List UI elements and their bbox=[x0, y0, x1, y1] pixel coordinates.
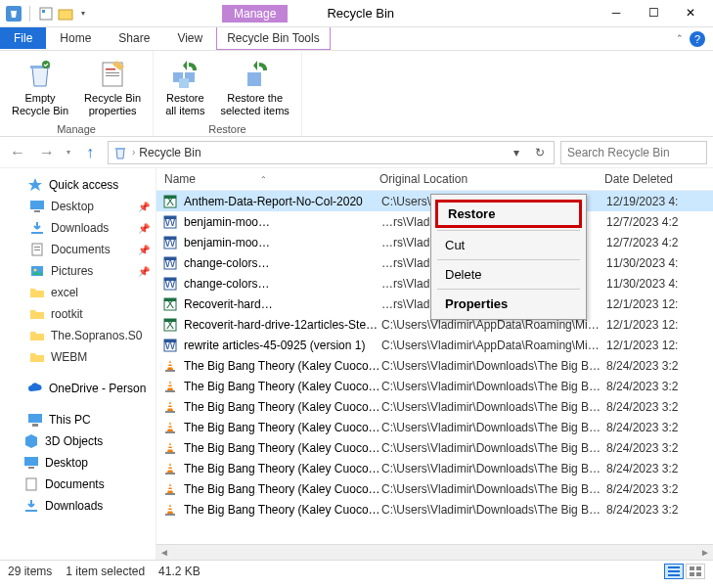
refresh-icon[interactable]: ↻ bbox=[530, 146, 550, 159]
back-button[interactable]: ← bbox=[6, 141, 29, 164]
up-button[interactable]: ↑ bbox=[78, 141, 102, 164]
doc-file-icon: W bbox=[162, 255, 178, 271]
minimize-button[interactable]: ─ bbox=[602, 4, 631, 23]
search-input[interactable] bbox=[567, 146, 700, 159]
svg-rect-78 bbox=[690, 566, 694, 570]
sidebar-desktop2[interactable]: Desktop bbox=[0, 452, 156, 474]
recycle-bin-tools-tab[interactable]: Recycle Bin Tools bbox=[216, 27, 331, 50]
file-row[interactable]: The Big Bang Theory (Kaley Cuoco)…C:\Use… bbox=[156, 458, 713, 478]
ctx-separator bbox=[437, 230, 580, 231]
new-folder-qat-icon[interactable] bbox=[58, 6, 73, 22]
ribbon-collapse-icon[interactable]: ⌃ bbox=[676, 33, 684, 43]
sidebar-onedrive[interactable]: OneDrive - Person bbox=[0, 378, 156, 399]
file-row[interactable]: The Big Bang Theory (Kaley Cuoco)…C:\Use… bbox=[156, 437, 713, 458]
ctx-properties[interactable]: Properties bbox=[431, 292, 586, 316]
manage-tab[interactable]: Manage bbox=[222, 5, 288, 23]
qat-dropdown-icon[interactable]: ▾ bbox=[77, 9, 89, 18]
column-location[interactable]: Original Location bbox=[379, 172, 604, 186]
file-row[interactable]: The Big Bang Theory (Kaley Cuoco)…C:\Use… bbox=[156, 499, 713, 520]
help-icon[interactable]: ? bbox=[690, 31, 705, 47]
svg-rect-15 bbox=[31, 232, 43, 234]
sidebar-pictures-label: Pictures bbox=[51, 264, 93, 278]
sidebar-webm[interactable]: WEBM bbox=[0, 346, 156, 368]
share-tab[interactable]: Share bbox=[105, 27, 163, 49]
forward-button[interactable]: → bbox=[35, 141, 59, 164]
file-date: 8/24/2023 3:2 bbox=[606, 441, 713, 455]
download-icon bbox=[23, 498, 39, 514]
sidebar-thispc-label: This PC bbox=[49, 413, 91, 427]
file-tab[interactable]: File bbox=[0, 27, 46, 49]
svg-rect-75 bbox=[668, 566, 680, 568]
details-view-button[interactable] bbox=[664, 564, 684, 579]
file-row[interactable]: The Big Bang Theory (Kaley Cuoco)…C:\Use… bbox=[156, 478, 713, 499]
details-view-icon bbox=[668, 566, 680, 576]
folder-icon bbox=[29, 349, 45, 365]
horizontal-scrollbar[interactable]: ◄ ► bbox=[156, 544, 713, 560]
doc-file-icon: W bbox=[162, 338, 178, 353]
svg-rect-11 bbox=[247, 72, 261, 86]
sidebar-documents2[interactable]: Documents bbox=[0, 474, 156, 495]
properties-qat-icon[interactable] bbox=[38, 6, 54, 22]
column-date[interactable]: Date Deleted bbox=[604, 172, 713, 186]
vlc-file-icon bbox=[162, 399, 178, 415]
column-name[interactable]: Name ⌃ bbox=[156, 172, 379, 186]
scroll-left-icon[interactable]: ◄ bbox=[156, 547, 172, 558]
svg-text:W: W bbox=[164, 339, 176, 352]
file-date: 12/1/2023 12: bbox=[606, 318, 713, 332]
svg-rect-64 bbox=[168, 448, 173, 450]
folder-icon bbox=[29, 306, 45, 322]
recycle-bin-properties-button[interactable]: Recycle Binproperties bbox=[80, 55, 145, 121]
sidebar-sopranos[interactable]: The.Sopranos.S0 bbox=[0, 325, 156, 346]
file-row[interactable]: The Big Bang Theory (Kaley Cuoco)…C:\Use… bbox=[156, 355, 713, 376]
file-row[interactable]: The Big Bang Theory (Kaley Cuoco)…C:\Use… bbox=[156, 396, 713, 417]
ctx-delete[interactable]: Delete bbox=[431, 262, 586, 287]
empty-recycle-bin-button[interactable]: EmptyRecycle Bin bbox=[8, 55, 72, 121]
restore-selected-button[interactable]: Restore theselected items bbox=[217, 55, 293, 121]
ctx-restore[interactable]: Restore bbox=[435, 200, 582, 228]
file-name: Recoverit-hard… bbox=[184, 297, 381, 311]
file-name: The Big Bang Theory (Kaley Cuoco)… bbox=[184, 503, 381, 517]
file-name: The Big Bang Theory (Kaley Cuoco)… bbox=[184, 380, 381, 393]
file-row[interactable]: The Big Bang Theory (Kaley Cuoco)…C:\Use… bbox=[156, 376, 713, 396]
restore-all-button[interactable]: Restoreall items bbox=[161, 55, 208, 121]
sidebar-pictures[interactable]: Pictures📌 bbox=[0, 260, 156, 282]
svg-rect-22 bbox=[32, 424, 38, 427]
svg-rect-63 bbox=[169, 445, 172, 447]
svg-rect-21 bbox=[28, 414, 42, 423]
sidebar-excel[interactable]: excel bbox=[0, 282, 156, 303]
file-name: The Big Bang Theory (Kaley Cuoco)… bbox=[184, 400, 381, 414]
history-dropdown-icon[interactable]: ▾ bbox=[65, 148, 72, 157]
cube-icon bbox=[23, 433, 39, 449]
file-row[interactable]: The Big Bang Theory (Kaley Cuoco)…C:\Use… bbox=[156, 417, 713, 437]
column-headers: Name ⌃ Original Location Date Deleted bbox=[156, 168, 713, 191]
sidebar-downloads2[interactable]: Downloads bbox=[0, 495, 156, 517]
sidebar-desktop[interactable]: Desktop📌 bbox=[0, 196, 156, 217]
home-tab[interactable]: Home bbox=[46, 27, 105, 49]
ctx-cut[interactable]: Cut bbox=[431, 233, 586, 257]
sidebar-documents[interactable]: Documents📌 bbox=[0, 239, 156, 260]
navigation-pane[interactable]: Quick access Desktop📌 Downloads📌 Documen… bbox=[0, 168, 156, 560]
file-row[interactable]: Wrewrite articles-45-0925 (version 1)C:\… bbox=[156, 335, 713, 355]
search-box[interactable] bbox=[560, 141, 707, 164]
sidebar-downloads[interactable]: Downloads📌 bbox=[0, 217, 156, 239]
cloud-icon bbox=[27, 381, 43, 396]
sidebar-3dobjects[interactable]: 3D Objects bbox=[0, 430, 156, 452]
view-tab[interactable]: View bbox=[163, 27, 216, 49]
sidebar-rootkit[interactable]: rootkit bbox=[0, 303, 156, 325]
menu-bar: File Home Share View Recycle Bin Tools ⌃… bbox=[0, 27, 713, 51]
svg-rect-76 bbox=[668, 570, 680, 572]
chevron-right-icon[interactable]: › bbox=[132, 147, 135, 158]
close-button[interactable]: ✕ bbox=[676, 4, 705, 23]
sidebar-thispc[interactable]: This PC bbox=[0, 409, 156, 430]
maximize-button[interactable]: ☐ bbox=[639, 4, 668, 23]
address-bar[interactable]: › Recycle Bin ▾ ↻ bbox=[108, 141, 555, 164]
selected-count: 1 item selected bbox=[66, 565, 145, 578]
scroll-right-icon[interactable]: ► bbox=[697, 547, 713, 558]
address-dropdown-icon[interactable]: ▾ bbox=[507, 146, 526, 159]
quick-access-item[interactable]: Quick access bbox=[0, 174, 156, 196]
icons-view-button[interactable] bbox=[686, 564, 705, 579]
star-icon bbox=[27, 177, 43, 193]
sidebar-webm-label: WEBM bbox=[51, 350, 87, 364]
desktop-icon bbox=[29, 199, 45, 214]
svg-rect-70 bbox=[168, 489, 173, 491]
